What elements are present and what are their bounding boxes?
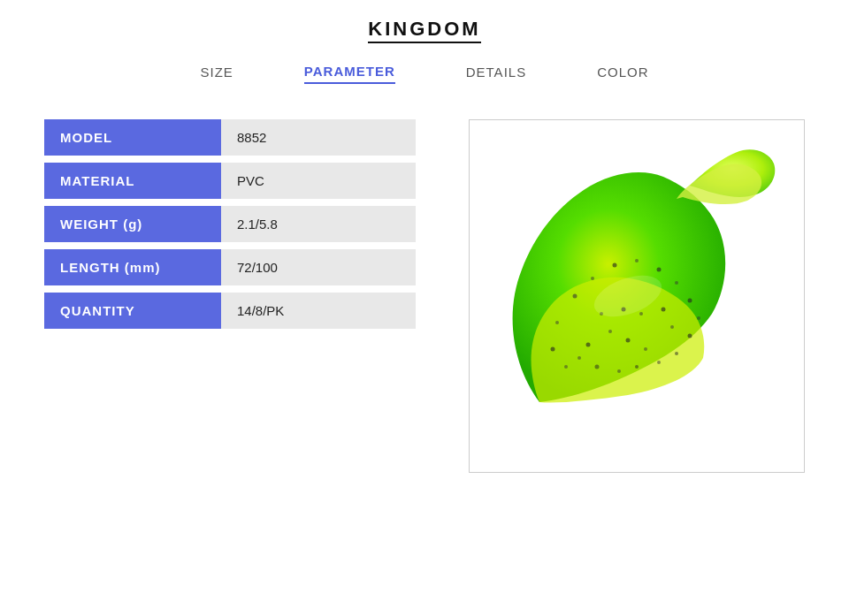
svg-point-4 (657, 268, 662, 272)
tab-size[interactable]: SIZE (201, 61, 233, 83)
lure-illustration (486, 137, 787, 455)
param-label-2: WEIGHT (g) (44, 206, 221, 242)
svg-point-7 (697, 316, 700, 320)
svg-point-20 (670, 325, 674, 329)
svg-point-3 (635, 259, 639, 262)
main-content: MODEL8852MATERIALPVCWEIGHT (g)2.1/5.8LEN… (0, 119, 849, 473)
tab-color[interactable]: COLOR (597, 61, 648, 83)
param-value-2: 2.1/5.8 (221, 206, 416, 242)
svg-point-21 (577, 356, 581, 360)
tab-details[interactable]: DETAILS (466, 61, 526, 83)
param-value-4: 14/8/PK (221, 293, 416, 329)
svg-point-9 (555, 321, 559, 324)
tab-parameter[interactable]: PARAMETER (304, 60, 395, 84)
param-row-2: WEIGHT (g)2.1/5.8 (44, 206, 416, 242)
svg-point-19 (662, 308, 666, 312)
svg-point-26 (675, 352, 678, 355)
product-image-panel (469, 119, 805, 473)
svg-point-11 (564, 365, 568, 369)
svg-point-14 (626, 338, 631, 343)
param-value-3: 72/100 (221, 249, 416, 285)
page-wrapper: KINGDOM SIZEPARAMETERDETAILSCOLOR MODEL8… (0, 0, 849, 616)
svg-point-18 (639, 312, 643, 316)
svg-point-23 (617, 369, 621, 373)
logo-area: KINGDOM (368, 18, 480, 41)
param-label-0: MODEL (44, 119, 221, 156)
svg-point-25 (657, 361, 661, 364)
svg-point-6 (688, 299, 692, 303)
svg-point-13 (608, 330, 612, 333)
param-row-0: MODEL8852 (44, 119, 416, 156)
param-row-4: QUANTITY14/8/PK (44, 293, 416, 329)
svg-point-12 (586, 343, 591, 347)
param-label-4: QUANTITY (44, 293, 221, 329)
param-row-1: MATERIALPVC (44, 163, 416, 199)
param-label-1: MATERIAL (44, 163, 221, 199)
svg-point-5 (675, 281, 678, 285)
svg-point-1 (591, 277, 594, 280)
svg-point-22 (595, 365, 600, 369)
param-label-3: LENGTH (mm) (44, 249, 221, 285)
nav-tabs: SIZEPARAMETERDETAILSCOLOR (0, 60, 849, 84)
param-value-1: PVC (221, 163, 416, 199)
svg-point-15 (644, 347, 647, 351)
svg-point-10 (551, 347, 555, 352)
svg-point-2 (613, 263, 617, 268)
svg-point-24 (635, 365, 639, 369)
param-value-0: 8852 (221, 119, 416, 156)
svg-point-8 (688, 334, 692, 338)
brand-logo: KINGDOM (368, 18, 480, 43)
svg-point-0 (573, 294, 577, 299)
param-table: MODEL8852MATERIALPVCWEIGHT (g)2.1/5.8LEN… (44, 119, 416, 329)
param-row-3: LENGTH (mm)72/100 (44, 249, 416, 285)
